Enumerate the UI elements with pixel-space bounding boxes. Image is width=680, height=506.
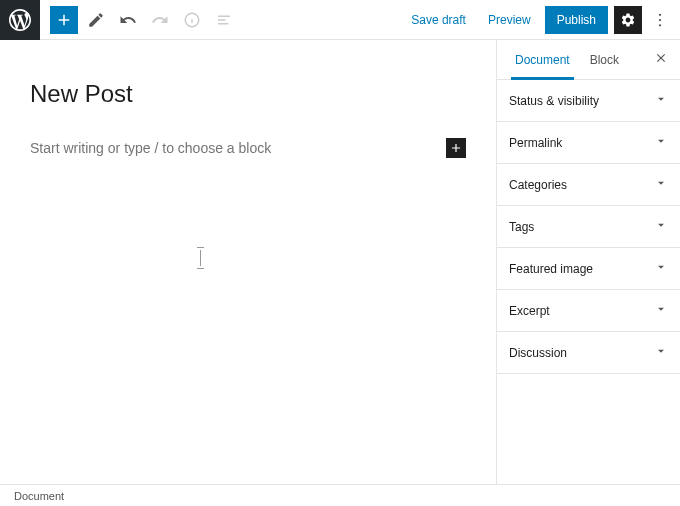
panel-excerpt[interactable]: Excerpt — [497, 290, 680, 332]
panel-label: Featured image — [509, 262, 593, 276]
panel-label: Status & visibility — [509, 94, 599, 108]
svg-point-4 — [659, 18, 661, 20]
editor-canvas[interactable]: New Post Start writing or type / to choo… — [0, 40, 496, 484]
tab-block[interactable]: Block — [580, 41, 629, 79]
chevron-down-icon — [654, 302, 668, 319]
sidebar-tabs: Document Block — [497, 40, 680, 80]
close-icon — [654, 51, 668, 65]
kebab-icon — [651, 11, 669, 29]
info-icon — [183, 11, 201, 29]
add-block-button[interactable] — [50, 6, 78, 34]
panel-tags[interactable]: Tags — [497, 206, 680, 248]
panel-status-visibility[interactable]: Status & visibility — [497, 80, 680, 122]
panel-discussion[interactable]: Discussion — [497, 332, 680, 374]
post-title[interactable]: New Post — [30, 80, 466, 108]
settings-sidebar: Document Block Status & visibility Perma… — [496, 40, 680, 484]
publish-button[interactable]: Publish — [545, 6, 608, 34]
redo-button[interactable] — [146, 6, 174, 34]
edit-mode-button[interactable] — [82, 6, 110, 34]
chevron-down-icon — [654, 218, 668, 235]
chevron-down-icon — [654, 260, 668, 277]
panel-featured-image[interactable]: Featured image — [497, 248, 680, 290]
block-placeholder[interactable]: Start writing or type / to choose a bloc… — [30, 138, 466, 158]
preview-button[interactable]: Preview — [480, 7, 539, 33]
gear-icon — [620, 12, 636, 28]
list-icon — [215, 11, 233, 29]
inline-add-button[interactable] — [446, 138, 466, 158]
chevron-down-icon — [654, 344, 668, 361]
text-cursor-icon — [200, 250, 201, 266]
panel-label: Excerpt — [509, 304, 550, 318]
redo-icon — [151, 11, 169, 29]
close-sidebar-button[interactable] — [650, 47, 672, 73]
wordpress-logo[interactable] — [0, 0, 40, 40]
panel-label: Permalink — [509, 136, 562, 150]
chevron-down-icon — [654, 134, 668, 151]
wordpress-icon — [9, 9, 31, 31]
panel-label: Categories — [509, 178, 567, 192]
chevron-down-icon — [654, 92, 668, 109]
settings-button[interactable] — [614, 6, 642, 34]
topbar: Save draft Preview Publish — [0, 0, 680, 40]
undo-icon — [119, 11, 137, 29]
save-draft-button[interactable]: Save draft — [403, 7, 474, 33]
panel-categories[interactable]: Categories — [497, 164, 680, 206]
tab-document[interactable]: Document — [505, 41, 580, 79]
plus-icon — [449, 141, 463, 155]
outline-button[interactable] — [210, 6, 238, 34]
placeholder-text: Start writing or type / to choose a bloc… — [30, 140, 446, 156]
info-button[interactable] — [178, 6, 206, 34]
panel-label: Tags — [509, 220, 534, 234]
breadcrumb-item[interactable]: Document — [14, 490, 64, 502]
chevron-down-icon — [654, 176, 668, 193]
svg-point-3 — [659, 13, 661, 15]
undo-button[interactable] — [114, 6, 142, 34]
panel-permalink[interactable]: Permalink — [497, 122, 680, 164]
panel-label: Discussion — [509, 346, 567, 360]
main-area: New Post Start writing or type / to choo… — [0, 40, 680, 484]
plus-icon — [55, 11, 73, 29]
footer-breadcrumb: Document — [0, 484, 680, 506]
more-menu-button[interactable] — [648, 6, 672, 34]
toolbar-left — [40, 6, 238, 34]
toolbar-right: Save draft Preview Publish — [403, 6, 680, 34]
svg-point-5 — [659, 24, 661, 26]
pencil-icon — [87, 11, 105, 29]
